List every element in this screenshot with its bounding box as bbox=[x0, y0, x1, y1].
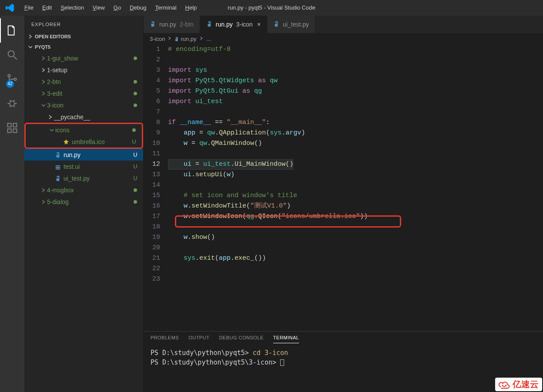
menu-go[interactable]: Go bbox=[109, 0, 125, 16]
tree-item[interactable]: test.uiU bbox=[24, 161, 143, 172]
tree-item[interactable]: 1-setup bbox=[24, 64, 143, 76]
code-line[interactable]: 7 bbox=[144, 107, 543, 117]
svg-rect-5 bbox=[8, 124, 11, 127]
panel-tabs: PROBLEMSOUTPUTDEBUG CONSOLETERMINAL bbox=[144, 332, 543, 346]
menu-selection[interactable]: Selection bbox=[56, 0, 88, 16]
menu-terminal[interactable]: Terminal bbox=[151, 0, 181, 16]
panel-tab-problems[interactable]: PROBLEMS bbox=[151, 335, 179, 343]
tree-item[interactable]: 3-icon bbox=[24, 99, 143, 111]
code-line[interactable]: 20 bbox=[144, 243, 543, 253]
code-line[interactable]: 22 bbox=[144, 264, 543, 274]
chevron-icon bbox=[40, 103, 47, 108]
tree-label: 2-btn bbox=[47, 78, 132, 85]
code-line[interactable]: 10 w = qw.QMainWindow() bbox=[144, 138, 543, 149]
menu-help[interactable]: Help bbox=[181, 0, 201, 16]
line-number: 13 bbox=[144, 170, 168, 180]
code-line[interactable]: 21 sys.exit(app.exec_()) bbox=[144, 253, 543, 264]
close-icon[interactable]: × bbox=[257, 21, 261, 28]
menu-file[interactable]: File bbox=[20, 0, 38, 16]
chevron-right-icon bbox=[199, 36, 204, 42]
tree-item[interactable]: ui_test.pyU bbox=[24, 172, 143, 184]
breadcrumb-segment[interactable]: run.py bbox=[174, 36, 196, 42]
code-line[interactable]: 11 bbox=[144, 149, 543, 159]
code-line[interactable]: 19 w.show() bbox=[144, 232, 543, 243]
git-status: U bbox=[132, 163, 139, 170]
line-number: 11 bbox=[144, 149, 168, 159]
file-tree: 1-gui_show1-setup2-btn3-edit3-icon__pyca… bbox=[24, 52, 143, 208]
code-line[interactable]: 2 bbox=[144, 55, 543, 65]
chevron-icon bbox=[40, 79, 47, 84]
svg-rect-8 bbox=[13, 124, 17, 127]
breadcrumb-segment[interactable]: 3-icon bbox=[150, 36, 165, 42]
menu-view[interactable]: View bbox=[88, 0, 109, 16]
code-line[interactable]: 1# encoding=utf-8 bbox=[144, 44, 543, 55]
git-status bbox=[132, 78, 139, 85]
explorer-sidebar: EXPLORER OPEN EDITORS PYQT5 1-gui_show1-… bbox=[24, 16, 144, 392]
line-number: 7 bbox=[144, 107, 168, 117]
terminal-body[interactable]: PS D:\study\python\pyqt5> cd 3-iconPS D:… bbox=[144, 346, 543, 392]
code-line[interactable]: 13 ui.setupUi(w) bbox=[144, 170, 543, 180]
code-line[interactable]: 17 w.setWindowIcon(qg.QIcon("icons/umbre… bbox=[144, 211, 543, 222]
open-editors-section[interactable]: OPEN EDITORS bbox=[24, 31, 143, 42]
tree-item[interactable]: 1-gui_show bbox=[24, 52, 143, 64]
code-line[interactable]: 12 ui = ui_test.Ui_MainWindow() bbox=[144, 159, 543, 170]
vscode-logo-icon bbox=[0, 0, 20, 16]
tree-item[interactable]: __pycache__ bbox=[24, 111, 143, 123]
python-icon bbox=[150, 21, 156, 28]
code-line[interactable]: 18 bbox=[144, 222, 543, 232]
tree-item[interactable]: 4-msgbox bbox=[24, 184, 143, 196]
panel-tab-debug-console[interactable]: DEBUG CONSOLE bbox=[219, 335, 263, 343]
code-line[interactable]: 4import PyQt5.QtWidgets as qw bbox=[144, 76, 543, 86]
breadcrumb-segment[interactable]: … bbox=[206, 36, 212, 42]
chevron-icon bbox=[40, 91, 47, 96]
folder-root-section[interactable]: PYQT5 bbox=[24, 42, 143, 52]
menu-edit[interactable]: Edit bbox=[38, 0, 56, 16]
editor-tab[interactable]: ui_test.py bbox=[267, 16, 315, 33]
tree-label: test.ui bbox=[64, 163, 132, 170]
breadcrumb[interactable]: 3-iconrun.py… bbox=[144, 33, 543, 44]
activity-bar: 42 bbox=[0, 16, 24, 392]
editor-tab[interactable]: run.py2-btn bbox=[144, 16, 200, 33]
code-line[interactable]: 14 bbox=[144, 180, 543, 191]
code-line[interactable]: 6import ui_test bbox=[144, 97, 543, 107]
editor-tabs: run.py2-btnrun.py3-icon×ui_test.py bbox=[144, 16, 543, 33]
line-number: 23 bbox=[144, 274, 168, 285]
code-line[interactable]: 9 app = qw.QApplication(sys.argv) bbox=[144, 128, 543, 138]
editor-tab[interactable]: run.py3-icon× bbox=[200, 16, 267, 33]
tree-item[interactable]: 2-btn bbox=[24, 76, 143, 87]
panel-tab-terminal[interactable]: TERMINAL bbox=[273, 335, 299, 343]
git-status: U bbox=[132, 151, 139, 158]
code-line[interactable]: 8if __name__ == "__main__": bbox=[144, 117, 543, 128]
activity-scm[interactable]: 42 bbox=[0, 67, 24, 91]
annotation-highlight-tree: iconsumbrella.icoU bbox=[24, 123, 143, 149]
code-line[interactable]: 23 bbox=[144, 274, 543, 285]
code-line[interactable]: 5import PyQt5.QtGui as qg bbox=[144, 86, 543, 97]
editor-area: run.py2-btnrun.py3-icon×ui_test.py 3-ico… bbox=[144, 16, 543, 392]
activity-search[interactable] bbox=[0, 43, 24, 67]
tree-item[interactable]: run.pyU bbox=[24, 149, 143, 161]
code-content: w.show() bbox=[168, 232, 215, 243]
tab-filename: run.py bbox=[216, 21, 233, 28]
code-editor[interactable]: 1# encoding=utf-823import sys4import PyQ… bbox=[144, 44, 543, 331]
tree-item[interactable]: 3-edit bbox=[24, 87, 143, 99]
line-number: 2 bbox=[144, 55, 168, 65]
line-number: 4 bbox=[144, 76, 168, 86]
code-line[interactable]: 16 w.setWindowTitle("测试V1.0") bbox=[144, 201, 543, 211]
code-content: # encoding=utf-8 bbox=[168, 44, 231, 55]
activity-explorer[interactable] bbox=[0, 18, 24, 43]
line-number: 9 bbox=[144, 128, 168, 138]
code-line[interactable]: 3import sys bbox=[144, 65, 543, 76]
menu-debug[interactable]: Debug bbox=[125, 0, 151, 16]
panel-tab-output[interactable]: OUTPUT bbox=[188, 335, 209, 343]
code-line[interactable]: 15 # set icon and window's title bbox=[144, 191, 543, 201]
tree-item[interactable]: icons bbox=[26, 124, 142, 136]
tree-label: 1-gui_show bbox=[47, 55, 132, 62]
line-number: 19 bbox=[144, 232, 168, 243]
line-number: 16 bbox=[144, 201, 168, 211]
tree-item[interactable]: umbrella.icoU bbox=[26, 136, 142, 147]
watermark-logo: 亿速云 bbox=[495, 378, 542, 391]
activity-debug[interactable] bbox=[0, 91, 24, 116]
activity-extensions[interactable] bbox=[0, 116, 24, 140]
tree-item[interactable]: 5-dialog bbox=[24, 196, 143, 208]
line-number: 3 bbox=[144, 65, 168, 76]
